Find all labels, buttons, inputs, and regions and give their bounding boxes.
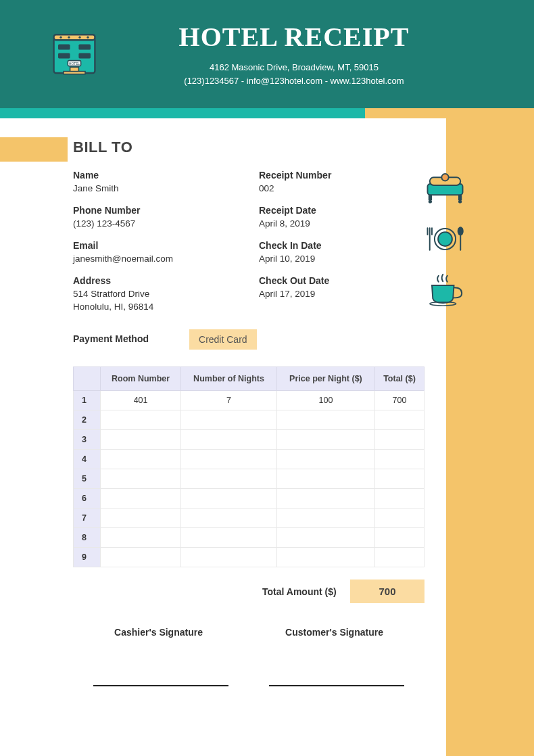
- cashier-signature-line: [93, 685, 228, 686]
- col-price: Price per Night ($): [276, 367, 374, 391]
- receipt-number-value: 002: [259, 183, 424, 195]
- cell-room: [101, 430, 181, 450]
- cashier-signature-label: Cashier's Signature: [114, 627, 203, 638]
- cell-total: [375, 430, 424, 450]
- cell-room: [101, 450, 181, 469]
- table-row: 14017100700: [74, 391, 424, 410]
- receipt-date-label: Receipt Date: [259, 205, 424, 216]
- cell-room: [101, 489, 181, 509]
- receipt-number-label: Receipt Number: [259, 170, 424, 181]
- cell-nights: [181, 509, 277, 528]
- divider-stripe: [0, 108, 534, 118]
- hotel-address: 4162 Masonic Drive, Broadview, MT, 59015: [101, 61, 487, 74]
- cell-room: [101, 509, 181, 528]
- cell-total: [375, 548, 424, 567]
- cell-nights: [181, 469, 277, 489]
- checkin-value: April 10, 2019: [259, 253, 424, 266]
- svg-point-2: [59, 37, 62, 39]
- table-row: 2: [74, 410, 424, 430]
- row-number: 8: [74, 528, 101, 548]
- svg-point-20: [458, 199, 462, 203]
- coffee-icon: [423, 271, 467, 308]
- cell-price: [276, 450, 374, 469]
- row-number: 6: [74, 489, 101, 509]
- svg-rect-18: [458, 195, 462, 200]
- hotel-contact: (123)1234567 - info@123hotel.com - www.1…: [101, 74, 487, 88]
- cell-room: [101, 548, 181, 567]
- phone-label: Phone Number: [73, 205, 239, 216]
- total-amount-label: Total Amount ($): [262, 586, 337, 597]
- phone-value: (123) 123-4567: [73, 218, 239, 231]
- svg-rect-13: [64, 72, 85, 74]
- address-line2: Honolulu, HI, 96814: [73, 301, 239, 314]
- total-amount-value: 700: [350, 580, 424, 603]
- cell-price: [276, 509, 374, 528]
- cell-price: 100: [276, 391, 374, 410]
- cell-nights: [181, 528, 277, 548]
- payment-method-label: Payment Method: [73, 333, 149, 344]
- hotel-icon: HOTEL: [47, 27, 101, 81]
- col-nights: Number of Nights: [181, 367, 277, 391]
- table-row: 8: [74, 528, 424, 548]
- row-number: 4: [74, 450, 101, 469]
- cell-total: [375, 410, 424, 430]
- cell-total: 700: [375, 391, 424, 410]
- cell-nights: 7: [181, 391, 277, 410]
- row-number: 5: [74, 469, 101, 489]
- cell-room: [101, 528, 181, 548]
- svg-rect-17: [428, 195, 431, 200]
- cell-total: [375, 489, 424, 509]
- name-label: Name: [73, 170, 239, 181]
- header: HOTEL HOTEL RECEIPT 4162 Masonic Drive, …: [0, 0, 534, 108]
- customer-info: Name Jane Smith Phone Number (123) 123-4…: [73, 170, 239, 323]
- svg-point-19: [428, 199, 431, 203]
- left-accent: [0, 137, 68, 162]
- page-title: HOTEL RECEIPT: [101, 21, 487, 53]
- customer-signature-label: Customer's Signature: [285, 627, 383, 638]
- table-row: 4: [74, 450, 424, 469]
- svg-text:HOTEL: HOTEL: [69, 62, 80, 66]
- table-row: 9: [74, 548, 424, 567]
- row-number: 7: [74, 509, 101, 528]
- bill-to-heading: BILL TO: [73, 139, 424, 156]
- table-row: 6: [74, 489, 424, 509]
- checkin-label: Check In Date: [259, 240, 424, 251]
- svg-rect-7: [78, 45, 91, 50]
- email-label: Email: [73, 240, 239, 251]
- dining-icon: [423, 220, 467, 258]
- cell-nights: [181, 489, 277, 509]
- svg-point-3: [68, 37, 70, 39]
- cell-price: [276, 430, 374, 450]
- cell-price: [276, 410, 374, 430]
- col-room: Room Number: [101, 367, 181, 391]
- cell-total: [375, 450, 424, 469]
- address-line1: 514 Stratford Drive: [73, 288, 239, 301]
- cell-nights: [181, 548, 277, 567]
- row-number: 3: [74, 430, 101, 450]
- cell-total: [375, 528, 424, 548]
- cell-room: [101, 410, 181, 430]
- row-number: 1: [74, 391, 101, 410]
- row-number: 9: [74, 548, 101, 567]
- payment-method-value: Credit Card: [189, 329, 257, 350]
- svg-point-22: [438, 232, 452, 246]
- cell-price: [276, 469, 374, 489]
- bed-icon: [423, 170, 467, 207]
- receipt-date-value: April 8, 2019: [259, 218, 424, 231]
- checkout-value: April 17, 2019: [259, 288, 424, 301]
- table-row: 3: [74, 430, 424, 450]
- col-total: Total ($): [375, 367, 424, 391]
- cell-price: [276, 489, 374, 509]
- table-row: 7: [74, 509, 424, 528]
- checkout-label: Check Out Date: [259, 275, 424, 286]
- receipt-info: Receipt Number 002 Receipt Date April 8,…: [259, 170, 424, 323]
- svg-rect-6: [58, 45, 70, 50]
- items-table: Room Number Number of Nights Price per N…: [73, 367, 424, 567]
- customer-signature-line: [269, 685, 404, 686]
- cell-total: [375, 469, 424, 489]
- email-value: janesmith@noemail.com: [73, 253, 239, 266]
- cell-nights: [181, 410, 277, 430]
- svg-point-16: [441, 174, 448, 181]
- cell-room: 401: [101, 391, 181, 410]
- cell-room: [101, 469, 181, 489]
